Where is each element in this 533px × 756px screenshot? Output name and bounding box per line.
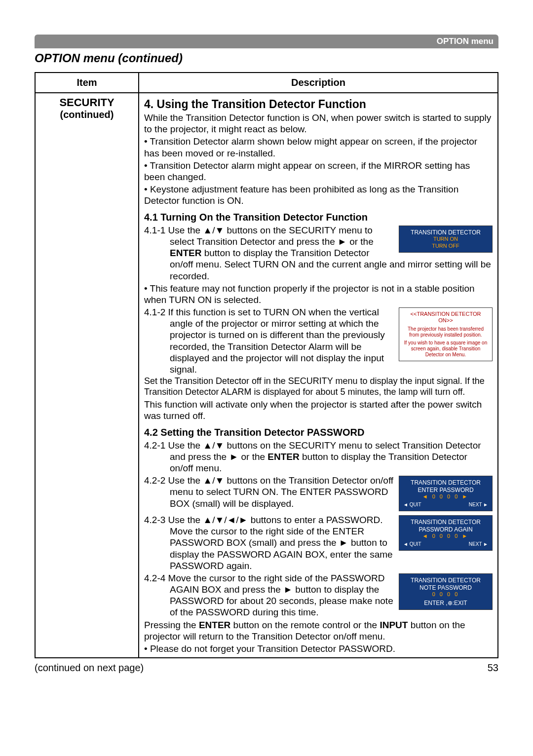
para-4-intro: While the Transition Detector function i… — [144, 112, 493, 135]
osd-box-turnon: TRANSITION DETECTOR TURN ON TURN OFF — [399, 226, 493, 253]
description-cell: 4. Using the Transition Detector Functio… — [139, 93, 498, 658]
osd-box-turnon-off: TURN OFF — [403, 243, 488, 249]
section-title: OPTION menu (continued) — [35, 51, 498, 65]
subsection-42-title: 4.2 Setting the Transition Detector PASS… — [144, 426, 493, 438]
page-header-bar: OPTION menu — [35, 35, 498, 48]
item-cell-sub: (continued) — [40, 109, 133, 120]
p4-input: INPUT — [380, 620, 408, 630]
bullet-4-3: • Keystone adjustment feature has been p… — [144, 184, 493, 206]
th-item: Item — [35, 73, 139, 93]
p4c: button on the remote control or the — [230, 620, 380, 630]
item-cell: SECURITY (continued) — [35, 93, 139, 658]
osd-box-alarm-body1: The projector has been transferred from … — [403, 326, 488, 338]
osd-box-alarm: <<TRANSITION DETECTOR ON>> The projector… — [399, 307, 493, 361]
para-41-followup2: This function will activate only when th… — [144, 399, 493, 421]
step-421: 4.2-1 Use the ▲/▼ buttons on the SECURIT… — [144, 440, 493, 474]
osd-box-alarm-body2: If you wish to have a square image on sc… — [403, 340, 488, 358]
osd-box-notepw-title: TRANSITION DETECTOR — [403, 577, 488, 584]
para-41-followup1: Set the Transition Detector off in the S… — [144, 376, 493, 398]
th-desc: Description — [139, 73, 498, 93]
osd-box-pwagain: TRANSITION DETECTOR PASSWORD AGAIN ◄ 0 0… — [399, 515, 493, 551]
bullet-4-1: • Transition Detector alarm shown below … — [144, 136, 493, 158]
osd-box-enterpw-title: TRANSITION DETECTOR — [403, 479, 488, 487]
subsection-4-title: 4. Using the Transition Detector Functio… — [144, 97, 493, 111]
continued-note: (continued on next page) — [35, 662, 144, 674]
osd-box-enterpw-next: NEXT ► — [469, 502, 488, 508]
step-411-a: 4.1-1 Use the ▲/▼ buttons on the SECURIT… — [144, 225, 374, 247]
page-number: 53 — [488, 662, 498, 674]
step-421-enter: ENTER — [267, 452, 299, 462]
step-411-note: • This feature may not function properly… — [144, 283, 493, 305]
osd-box-enterpw: TRANSITION DETECTOR ENTER PASSWORD ◄ 0 0… — [399, 476, 493, 511]
osd-box-notepw-exit: ENTER ,⊕:EXIT — [403, 600, 488, 607]
p4a: Pressing the — [144, 620, 199, 630]
osd-box-pwagain-title: TRANSITION DETECTOR — [403, 519, 488, 526]
osd-box-notepw-sub: NOTE PASSWORD — [403, 584, 488, 592]
p4-enter: ENTER — [199, 620, 230, 630]
para-42-return: Pressing the ENTER button on the remote … — [144, 619, 493, 642]
osd-box-pwagain-quit: ◄ QUIT — [403, 541, 421, 547]
osd-box-enterpw-quit: ◄ QUIT — [403, 502, 421, 508]
item-cell-title: SECURITY — [59, 96, 114, 109]
step-411-enter: ENTER — [170, 248, 201, 258]
osd-box-turnon-title: TRANSITION DETECTOR — [403, 229, 488, 236]
option-table: Item Description SECURITY (continued) 4.… — [35, 72, 498, 658]
osd-box-enterpw-digits: ◄ 0 0 0 0 ► — [403, 493, 488, 500]
bullet-4-2: • Transition Detector alarm might appear… — [144, 160, 493, 183]
step-411-b: button to display the Transition Detecto… — [170, 248, 491, 281]
osd-box-alarm-title: <<TRANSITION DETECTOR ON>> — [403, 311, 488, 324]
osd-box-pwagain-sub: PASSWORD AGAIN — [403, 526, 488, 533]
osd-box-enterpw-sub: ENTER PASSWORD — [403, 487, 488, 494]
osd-box-turnon-on: TURN ON — [403, 236, 488, 242]
subsection-41-title: 4.1 Turning On the Transition Detector F… — [144, 211, 493, 223]
bullet-42-note: • Please do not forget your Transition D… — [144, 643, 493, 654]
osd-box-pwagain-next: NEXT ► — [469, 541, 488, 547]
osd-box-pwagain-digits: ◄ 0 0 0 0 ► — [403, 533, 488, 539]
osd-box-notepw: TRANSITION DETECTOR NOTE PASSWORD 0 0 0 … — [399, 573, 493, 610]
osd-box-notepw-digits: 0 0 0 0 — [403, 591, 488, 598]
